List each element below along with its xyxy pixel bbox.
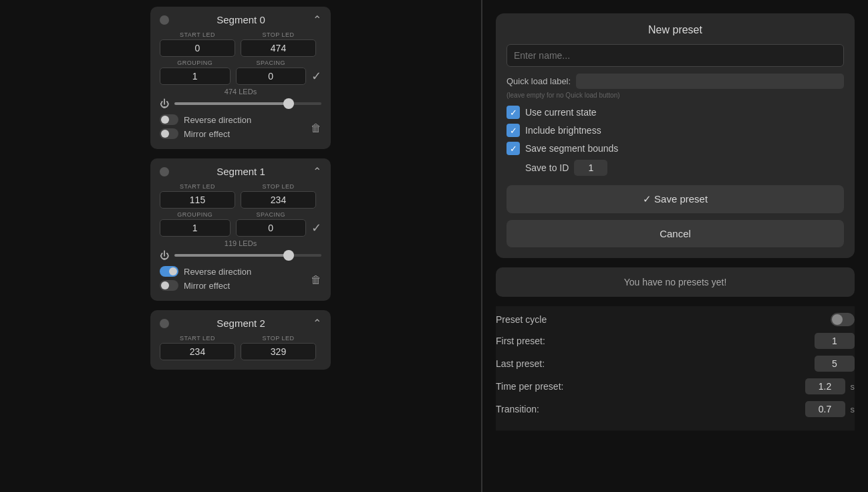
grouping-label-0: GROUPING bbox=[160, 59, 231, 66]
segment-1-check-icon-2[interactable]: ✓ bbox=[311, 221, 321, 235]
cancel-label: Cancel bbox=[660, 228, 691, 239]
segment-0-brightness-row: ⏻ bbox=[160, 98, 321, 109]
spacing-label-0: SPACING bbox=[236, 59, 307, 66]
transition-label: Transition: bbox=[496, 404, 539, 414]
first-preset-input[interactable] bbox=[815, 333, 855, 349]
segment-2-led-row: START LED STOP LED bbox=[160, 335, 321, 360]
quick-load-input[interactable] bbox=[576, 74, 844, 89]
segment-2-dot bbox=[160, 319, 169, 328]
segment-1-group-row: GROUPING SPACING ✓ bbox=[160, 211, 321, 237]
include-brightness-checkbox[interactable]: ✓ bbox=[507, 124, 520, 137]
save-to-id-input[interactable] bbox=[574, 160, 607, 176]
grouping-label-1: GROUPING bbox=[160, 211, 231, 218]
stop-led-label-0: STOP LED bbox=[241, 31, 316, 38]
segment-1-bottom-row: Reverse direction Mirror effect 🗑 bbox=[160, 266, 321, 294]
segment-card-2: Segment 2 ⌃ START LED STOP LED bbox=[150, 310, 331, 370]
cancel-button[interactable]: Cancel bbox=[507, 220, 844, 247]
segment-0-reverse-toggle[interactable] bbox=[160, 114, 178, 125]
segment-1-brightness-row: ⏻ bbox=[160, 250, 321, 261]
segment-0-header: Segment 0 ⌃ bbox=[160, 13, 321, 26]
segment-1-stop-led-input[interactable] bbox=[241, 191, 316, 209]
first-preset-label: First preset: bbox=[496, 336, 545, 346]
segment-2-stop-led-input[interactable] bbox=[241, 343, 316, 360]
segment-0-stop-led-input[interactable] bbox=[241, 39, 316, 57]
segment-0-reverse-label: Reverse direction bbox=[184, 115, 251, 125]
transition-row: Transition: s bbox=[496, 401, 855, 417]
segment-2-header: Segment 2 ⌃ bbox=[160, 317, 321, 330]
segment-0-stop-led-group: STOP LED bbox=[241, 31, 316, 57]
segment-0-mirror-toggle[interactable] bbox=[160, 128, 178, 139]
use-current-state-row: ✓ Use current state bbox=[507, 106, 844, 119]
segment-1-title: Segment 1 bbox=[169, 166, 313, 177]
transition-input[interactable] bbox=[805, 401, 845, 417]
last-preset-label: Last preset: bbox=[496, 358, 545, 369]
last-preset-input[interactable] bbox=[815, 356, 855, 372]
time-per-preset-input-group: s bbox=[805, 378, 855, 394]
segment-0-led-row: START LED STOP LED bbox=[160, 31, 321, 57]
segment-1-reverse-label: Reverse direction bbox=[184, 267, 251, 277]
start-led-label-1: START LED bbox=[160, 183, 235, 190]
preset-cycle-row: Preset cycle bbox=[496, 313, 855, 326]
segment-1-start-led-group: START LED bbox=[160, 183, 235, 209]
segment-0-grouping-group: GROUPING bbox=[160, 59, 231, 85]
save-segment-bounds-label: Save segment bounds bbox=[525, 143, 618, 154]
segment-0-led-count: 474 LEDs bbox=[160, 88, 321, 96]
segment-1-grouping-group: GROUPING bbox=[160, 211, 231, 237]
start-led-label-2: START LED bbox=[160, 335, 235, 342]
segment-1-led-row: START LED STOP LED bbox=[160, 183, 321, 209]
segment-0-mirror-label: Mirror effect bbox=[184, 129, 230, 139]
segment-1-spacing-group: SPACING bbox=[236, 211, 307, 237]
segment-1-grouping-input[interactable] bbox=[160, 219, 231, 237]
segment-0-reverse-knob bbox=[161, 116, 169, 124]
segment-2-title: Segment 2 bbox=[169, 318, 313, 329]
segment-0-collapse[interactable]: ⌃ bbox=[313, 13, 321, 26]
include-brightness-row: ✓ Include brightness bbox=[507, 124, 844, 137]
segment-0-delete-button[interactable]: 🗑 bbox=[311, 122, 321, 134]
segment-card-1: Segment 1 ⌃ START LED STOP LED GROUPING … bbox=[150, 158, 331, 301]
use-current-state-checkbox[interactable]: ✓ bbox=[507, 106, 520, 119]
segment-0-group-row: GROUPING SPACING ✓ bbox=[160, 59, 321, 85]
no-presets-banner: You have no presets yet! bbox=[496, 267, 855, 297]
transition-unit: s bbox=[851, 404, 855, 414]
segment-2-start-led-input[interactable] bbox=[160, 343, 235, 360]
right-panel: New preset Quick load label: (leave empt… bbox=[482, 0, 868, 492]
save-segment-bounds-row: ✓ Save segment bounds bbox=[507, 142, 844, 155]
segment-0-spacing-group: SPACING bbox=[236, 59, 307, 85]
save-preset-label: ✓ Save preset bbox=[643, 193, 708, 205]
preset-cycle-section: Preset cycle First preset: Last preset: … bbox=[496, 306, 855, 430]
segment-1-collapse[interactable]: ⌃ bbox=[313, 165, 321, 178]
save-preset-button[interactable]: ✓ Save preset bbox=[507, 185, 844, 213]
save-segment-bounds-checkbox[interactable]: ✓ bbox=[507, 142, 520, 155]
segment-1-mirror-toggle[interactable] bbox=[160, 280, 178, 291]
time-per-preset-label: Time per preset: bbox=[496, 381, 563, 392]
segment-1-start-led-input[interactable] bbox=[160, 191, 235, 209]
time-per-preset-unit: s bbox=[851, 382, 855, 392]
segment-0-spacing-input[interactable] bbox=[236, 68, 307, 85]
segment-2-stop-led-group: STOP LED bbox=[241, 335, 316, 360]
segment-1-power-icon[interactable]: ⏻ bbox=[160, 250, 169, 261]
time-per-preset-row: Time per preset: s bbox=[496, 378, 855, 394]
preset-cycle-toggle[interactable] bbox=[831, 313, 855, 326]
segment-2-collapse[interactable]: ⌃ bbox=[313, 317, 321, 330]
stop-led-label-2: STOP LED bbox=[241, 335, 316, 342]
use-current-state-label: Use current state bbox=[525, 107, 597, 118]
segment-0-grouping-input[interactable] bbox=[160, 68, 231, 85]
segment-0-dot bbox=[160, 15, 169, 25]
segment-1-delete-button[interactable]: 🗑 bbox=[311, 274, 321, 286]
segment-1-brightness-slider[interactable] bbox=[174, 254, 321, 257]
segment-1-spacing-input[interactable] bbox=[236, 219, 307, 237]
time-per-preset-input[interactable] bbox=[805, 378, 845, 394]
segment-0-check-icon-2[interactable]: ✓ bbox=[311, 69, 321, 84]
segment-0-brightness-slider[interactable] bbox=[174, 102, 321, 105]
segment-card-0: Segment 0 ⌃ START LED STOP LED GROUPING … bbox=[150, 7, 331, 149]
segment-1-reverse-row: Reverse direction bbox=[160, 266, 311, 277]
segment-0-start-led-input[interactable] bbox=[160, 39, 235, 57]
segment-0-power-icon[interactable]: ⏻ bbox=[160, 98, 169, 109]
preset-cycle-knob bbox=[832, 314, 843, 325]
quick-load-hint: (leave empty for no Quick load button) bbox=[507, 92, 844, 99]
segment-1-reverse-toggle[interactable] bbox=[160, 266, 178, 277]
preset-name-input[interactable] bbox=[507, 44, 844, 67]
segment-1-mirror-row: Mirror effect bbox=[160, 280, 311, 291]
spacing-label-1: SPACING bbox=[236, 211, 307, 218]
segment-0-start-led-group: START LED bbox=[160, 31, 235, 57]
